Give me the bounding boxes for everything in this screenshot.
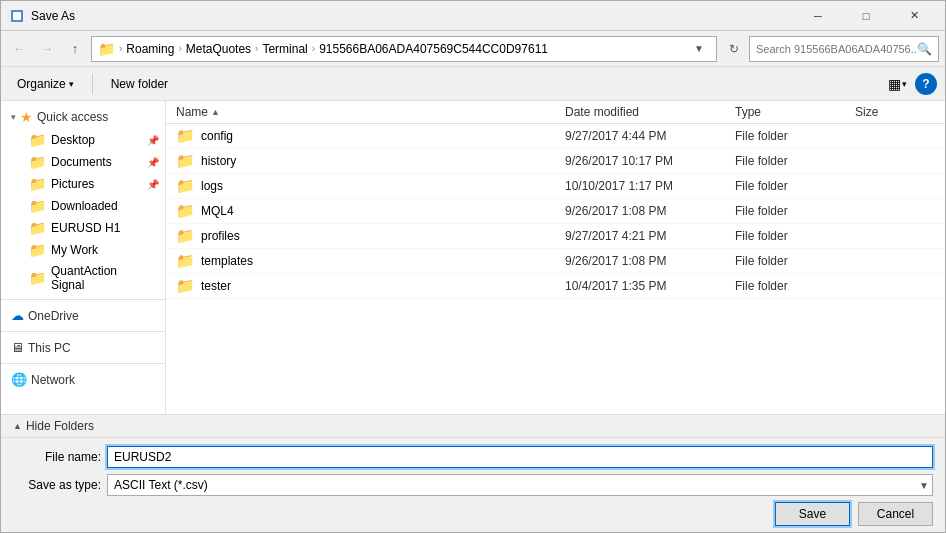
svg-rect-1 — [13, 12, 21, 20]
savetype-select-wrapper: ASCII Text (*.csv)CSV (*.csv)All Files (… — [107, 474, 933, 496]
titlebar-controls: ─ □ ✕ — [795, 1, 937, 31]
dialog-title: Save As — [31, 9, 795, 23]
table-row[interactable]: 📁 config 9/27/2017 4:44 PM File folder — [166, 124, 945, 149]
up-button[interactable]: ↑ — [63, 37, 87, 61]
sidebar-divider-1 — [1, 299, 165, 300]
col-size-header[interactable]: Size — [855, 105, 935, 119]
maximize-button[interactable]: □ — [843, 1, 889, 31]
organize-button[interactable]: Organize ▾ — [9, 74, 82, 94]
sidebar-item-label-quantaction: QuantAction Signal — [51, 264, 153, 292]
buttons-row: Save Cancel — [13, 502, 933, 526]
col-size-label: Size — [855, 105, 878, 119]
view-arrow: ▾ — [902, 79, 907, 89]
mywork-folder-icon: 📁 — [29, 242, 46, 258]
table-row[interactable]: 📁 profiles 9/27/2017 4:21 PM File folder — [166, 224, 945, 249]
toolbar: Organize ▾ New folder ▦ ▾ ? — [1, 67, 945, 101]
address-box[interactable]: 📁 › Roaming › MetaQuotes › Terminal › 91… — [91, 36, 717, 62]
file-cell-date: 9/27/2017 4:21 PM — [565, 229, 735, 243]
sidebar-item-network[interactable]: 🌐 Network — [1, 368, 165, 391]
minimize-button[interactable]: ─ — [795, 1, 841, 31]
thispc-icon: 🖥 — [11, 340, 24, 355]
new-folder-label: New folder — [111, 77, 168, 91]
sidebar-item-thispc[interactable]: 🖥 This PC — [1, 336, 165, 359]
main-content: ▾ ★ Quick access 📁 Desktop 📌 📁 Documents… — [1, 101, 945, 414]
search-box[interactable]: 🔍 — [749, 36, 939, 62]
quick-access-star-icon: ★ — [20, 109, 33, 125]
crumb-metaquotes[interactable]: MetaQuotes — [186, 42, 251, 56]
pin-icon-documents: 📌 — [147, 157, 159, 168]
refresh-button[interactable]: ↻ — [723, 38, 745, 60]
forward-button[interactable]: → — [35, 37, 59, 61]
table-row[interactable]: 📁 MQL4 9/26/2017 1:08 PM File folder — [166, 199, 945, 224]
table-row[interactable]: 📁 history 9/26/2017 10:17 PM File folder — [166, 149, 945, 174]
col-name-header[interactable]: Name ▲ — [176, 105, 565, 119]
save-as-dialog: Save As ─ □ ✕ ← → ↑ 📁 › Roaming › MetaQu… — [0, 0, 946, 533]
quantaction-folder-icon: 📁 — [29, 270, 46, 286]
search-icon: 🔍 — [917, 42, 932, 56]
documents-folder-icon: 📁 — [29, 154, 46, 170]
filename-row: File name: — [13, 446, 933, 468]
col-type-header[interactable]: Type — [735, 105, 855, 119]
address-dropdown-button[interactable]: ▼ — [688, 38, 710, 60]
help-button[interactable]: ? — [915, 73, 937, 95]
file-cell-type: File folder — [735, 179, 855, 193]
file-cell-type: File folder — [735, 254, 855, 268]
quick-access-header[interactable]: ▾ ★ Quick access — [1, 105, 165, 129]
crumb-roaming[interactable]: Roaming — [126, 42, 174, 56]
titlebar: Save As ─ □ ✕ — [1, 1, 945, 31]
file-list: Name ▲ Date modified Type Size 📁 config — [166, 101, 945, 414]
onedrive-icon: ☁ — [11, 308, 24, 323]
sidebar-item-mywork[interactable]: 📁 My Work — [1, 239, 165, 261]
back-button[interactable]: ← — [7, 37, 31, 61]
savetype-select[interactable]: ASCII Text (*.csv)CSV (*.csv)All Files (… — [107, 474, 933, 496]
search-input[interactable] — [756, 43, 917, 55]
crumb-id[interactable]: 915566BA06ADA407569C544CC0D97611 — [319, 42, 548, 56]
folder-icon: 📁 — [176, 127, 195, 145]
sidebar-item-label-documents: Documents — [51, 155, 112, 169]
pin-icon-desktop: 📌 — [147, 135, 159, 146]
file-cell-date: 9/26/2017 1:08 PM — [565, 204, 735, 218]
breadcrumb: 📁 › Roaming › MetaQuotes › Terminal › 91… — [98, 41, 548, 57]
col-date-header[interactable]: Date modified — [565, 105, 735, 119]
pictures-folder-icon: 📁 — [29, 176, 46, 192]
sidebar: ▾ ★ Quick access 📁 Desktop 📌 📁 Documents… — [1, 101, 166, 414]
view-button[interactable]: ▦ ▾ — [884, 74, 911, 94]
save-button[interactable]: Save — [775, 502, 850, 526]
thispc-label: This PC — [28, 341, 71, 355]
close-button[interactable]: ✕ — [891, 1, 937, 31]
file-cell-type: File folder — [735, 154, 855, 168]
filename-label: File name: — [13, 450, 101, 464]
file-name: history — [201, 154, 236, 168]
sidebar-item-downloaded[interactable]: 📁 Downloaded — [1, 195, 165, 217]
table-row[interactable]: 📁 logs 10/10/2017 1:17 PM File folder — [166, 174, 945, 199]
sidebar-item-desktop[interactable]: 📁 Desktop 📌 — [1, 129, 165, 151]
file-cell-date: 10/4/2017 1:35 PM — [565, 279, 735, 293]
filename-input[interactable] — [107, 446, 933, 468]
sidebar-item-eurusd[interactable]: 📁 EURUSD H1 — [1, 217, 165, 239]
folder-icon: 📁 — [176, 252, 195, 270]
file-cell-name: 📁 templates — [176, 252, 565, 270]
cancel-button[interactable]: Cancel — [858, 502, 933, 526]
sidebar-item-quantaction[interactable]: 📁 QuantAction Signal — [1, 261, 165, 295]
file-cell-name: 📁 MQL4 — [176, 202, 565, 220]
organize-label: Organize — [17, 77, 66, 91]
desktop-folder-icon: 📁 — [29, 132, 46, 148]
hide-folders-row[interactable]: ▲ Hide Folders — [1, 414, 945, 437]
sidebar-item-label-pictures: Pictures — [51, 177, 94, 191]
sidebar-item-label-eurusd: EURUSD H1 — [51, 221, 120, 235]
sidebar-item-label-mywork: My Work — [51, 243, 98, 257]
sidebar-item-documents[interactable]: 📁 Documents 📌 — [1, 151, 165, 173]
col-date-label: Date modified — [565, 105, 639, 119]
file-cell-name: 📁 tester — [176, 277, 565, 295]
crumb-terminal[interactable]: Terminal — [262, 42, 307, 56]
table-row[interactable]: 📁 tester 10/4/2017 1:35 PM File folder — [166, 274, 945, 299]
sidebar-item-pictures[interactable]: 📁 Pictures 📌 — [1, 173, 165, 195]
network-label: Network — [31, 373, 75, 387]
quick-access-chevron: ▾ — [11, 112, 16, 122]
folder-icon: 📁 — [176, 152, 195, 170]
new-folder-button[interactable]: New folder — [103, 74, 176, 94]
sidebar-item-onedrive[interactable]: ☁ OneDrive — [1, 304, 165, 327]
network-icon: 🌐 — [11, 372, 27, 387]
file-cell-type: File folder — [735, 129, 855, 143]
table-row[interactable]: 📁 templates 9/26/2017 1:08 PM File folde… — [166, 249, 945, 274]
